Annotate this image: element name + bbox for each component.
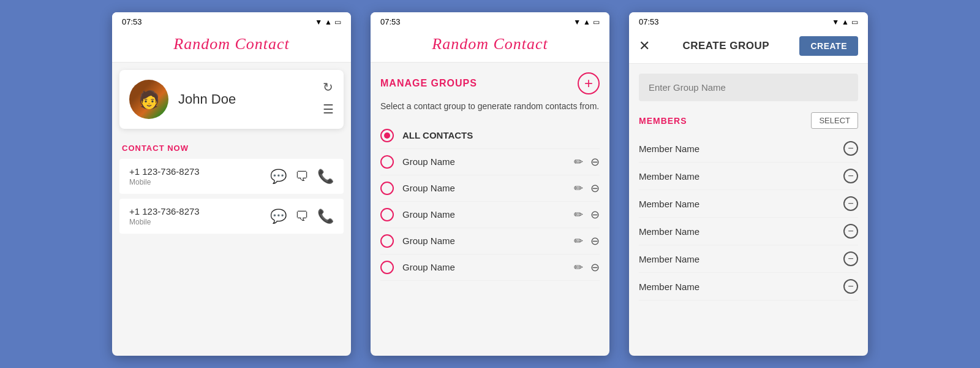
member-item-4: Member Name −	[639, 218, 858, 245]
contacts-icon[interactable]: ☰	[323, 102, 334, 117]
contact-row-2: +1 123-736-8273 Mobile 💬 🗨 📞	[119, 199, 344, 234]
group-name-input[interactable]	[639, 74, 858, 101]
create-button[interactable]: CREATE	[799, 36, 858, 56]
status-time-1: 07:53	[122, 17, 142, 26]
radio-group-2[interactable]	[380, 182, 394, 195]
member-name-6: Member Name	[639, 282, 699, 292]
members-title: MEMBERS	[639, 116, 687, 126]
remove-icon-3[interactable]: ⊖	[590, 208, 600, 221]
phone-number-1: +1 123-736-8273	[129, 166, 200, 177]
refresh-icon[interactable]: ↻	[323, 80, 334, 94]
call-icon-1[interactable]: 📞	[317, 169, 334, 185]
screen2-header: Random Contact	[371, 29, 609, 63]
member-item-2: Member Name −	[639, 163, 858, 190]
contact-row-info-2: +1 123-736-8273 Mobile	[129, 206, 200, 226]
member-name-1: Member Name	[639, 144, 699, 154]
member-name-4: Member Name	[639, 226, 699, 237]
group-item-3[interactable]: Group Name ✏ ⊖	[380, 202, 600, 228]
group-item-1[interactable]: Group Name ✏ ⊖	[380, 149, 600, 175]
group-item-4[interactable]: Group Name ✏ ⊖	[380, 228, 600, 255]
radio-group-4[interactable]	[380, 234, 394, 248]
member-item-6: Member Name −	[639, 273, 858, 301]
remove-member-5[interactable]: −	[843, 251, 858, 266]
group-item-5[interactable]: Group Name ✏ ⊖	[380, 255, 600, 281]
remove-member-4[interactable]: −	[843, 224, 858, 239]
add-group-button[interactable]: +	[578, 72, 600, 94]
wifi-icon: ▼	[315, 18, 322, 26]
whatsapp-icon-1[interactable]: 💬	[270, 169, 287, 185]
remove-member-1[interactable]: −	[843, 141, 858, 156]
edit-icon-2[interactable]: ✏	[574, 182, 583, 195]
signal-icon-2: ▲	[583, 18, 590, 26]
radio-group-5[interactable]	[380, 261, 394, 274]
member-item-1: Member Name −	[639, 135, 858, 163]
manage-groups-title: MANAGE GROUPS	[380, 78, 477, 89]
group-label-2: Group Name	[402, 183, 574, 193]
wifi-icon-3: ▼	[832, 18, 839, 26]
app-title-1: Random Contact	[122, 35, 341, 53]
status-bar-2: 07:53 ▼ ▲ ▭	[371, 12, 609, 29]
remove-member-2[interactable]: −	[843, 169, 858, 183]
radio-group-3[interactable]	[380, 208, 394, 221]
remove-icon-5[interactable]: ⊖	[590, 261, 600, 274]
edit-icon-1[interactable]: ✏	[574, 155, 583, 169]
remove-member-6[interactable]: −	[843, 279, 858, 294]
close-button[interactable]: ✕	[639, 38, 650, 54]
radio-group-1[interactable]	[380, 155, 394, 169]
manage-groups-header: MANAGE GROUPS +	[380, 72, 600, 94]
group-actions-4: ✏ ⊖	[574, 234, 600, 248]
contact-row-1: +1 123-736-8273 Mobile 💬 🗨 📞	[119, 159, 344, 194]
battery-icon-3: ▭	[851, 18, 858, 26]
phone-number-2: +1 123-736-8273	[129, 206, 200, 217]
edit-icon-5[interactable]: ✏	[574, 261, 583, 274]
edit-icon-4[interactable]: ✏	[574, 234, 583, 248]
radio-all-contacts[interactable]	[380, 129, 394, 142]
message-icon-1[interactable]: 🗨	[295, 169, 309, 185]
member-item-3: Member Name −	[639, 190, 858, 218]
remove-icon-4[interactable]: ⊖	[590, 234, 600, 248]
app-title-2: Random Contact	[380, 35, 600, 53]
screen2-body: MANAGE GROUPS + Select a contact group t…	[371, 63, 609, 356]
screen-2-manage-groups: 07:53 ▼ ▲ ▭ Random Contact MANAGE GROUPS…	[371, 12, 609, 356]
group-actions-5: ✏ ⊖	[574, 261, 600, 274]
group-item-all[interactable]: ALL CONTACTS	[380, 123, 600, 149]
message-icon-2[interactable]: 🗨	[295, 209, 309, 224]
battery-icon: ▭	[334, 18, 341, 26]
member-name-2: Member Name	[639, 171, 699, 182]
screen3-header: ✕ CREATE GROUP CREATE	[629, 29, 868, 64]
group-actions-3: ✏ ⊖	[574, 208, 600, 221]
screen1-header: Random Contact	[112, 29, 351, 63]
whatsapp-icon-2[interactable]: 💬	[270, 209, 287, 224]
battery-icon-2: ▭	[593, 18, 600, 26]
select-members-button[interactable]: SELECT	[811, 112, 858, 129]
members-header: MEMBERS SELECT	[639, 112, 858, 129]
status-time-3: 07:53	[639, 17, 659, 26]
status-bar-1: 07:53 ▼ ▲ ▭	[112, 12, 351, 29]
phone-type-2: Mobile	[129, 218, 200, 226]
phone-type-1: Mobile	[129, 178, 200, 186]
contact-name: John Doe	[178, 91, 236, 107]
screens-container: 07:53 ▼ ▲ ▭ Random Contact 🧑 John Doe ↻ …	[100, 0, 880, 368]
group-actions-1: ✏ ⊖	[574, 155, 600, 169]
remove-icon-1[interactable]: ⊖	[590, 155, 600, 169]
screen-1-random-contact: 07:53 ▼ ▲ ▭ Random Contact 🧑 John Doe ↻ …	[112, 12, 351, 356]
contact-row-actions-1: 💬 🗨 📞	[270, 169, 334, 185]
avatar: 🧑	[129, 80, 168, 119]
card-icons: ↻ ☰	[323, 80, 334, 117]
status-icons-1: ▼ ▲ ▭	[315, 18, 341, 26]
screen3-body: MEMBERS SELECT Member Name − Member Name…	[629, 64, 868, 356]
edit-icon-3[interactable]: ✏	[574, 208, 583, 221]
signal-icon: ▲	[325, 18, 332, 26]
status-icons-2: ▼ ▲ ▭	[573, 18, 600, 26]
group-item-2[interactable]: Group Name ✏ ⊖	[380, 175, 600, 202]
remove-icon-2[interactable]: ⊖	[590, 182, 600, 195]
remove-member-3[interactable]: −	[843, 196, 858, 211]
group-label-all: ALL CONTACTS	[402, 130, 600, 140]
contact-card: 🧑 John Doe ↻ ☰	[119, 70, 344, 129]
call-icon-2[interactable]: 📞	[317, 209, 334, 224]
group-actions-2: ✏ ⊖	[574, 182, 600, 195]
group-label-4: Group Name	[402, 236, 574, 246]
member-item-5: Member Name −	[639, 245, 858, 273]
status-icons-3: ▼ ▲ ▭	[832, 18, 858, 26]
member-name-3: Member Name	[639, 199, 699, 209]
